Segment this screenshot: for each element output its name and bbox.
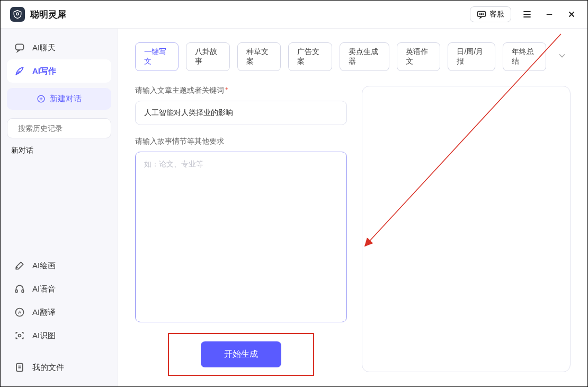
category-pill[interactable]: 广告文案 — [288, 42, 332, 71]
app-title: 聪明灵犀 — [30, 8, 66, 21]
svg-rect-19 — [22, 290, 23, 293]
form-area: 请输入文章主题或者关键词* 请输入故事情节等其他要求 开始生成 — [135, 86, 571, 376]
search-history-input-wrap[interactable] — [7, 118, 111, 138]
new-chat-button[interactable]: 新建对话 — [7, 88, 111, 110]
category-pill[interactable]: 年终总结 — [503, 42, 546, 71]
new-chat-label: 新建对话 — [50, 94, 82, 104]
form-left: 请输入文章主题或者关键词* 请输入故事情节等其他要求 开始生成 — [135, 86, 347, 376]
svg-point-4 — [483, 13, 484, 14]
category-pill[interactable]: 日/周/月报 — [448, 42, 495, 71]
svg-point-22 — [19, 335, 21, 337]
category-row: 一键写文 八卦故事 种草文案 广告文案 卖点生成器 英语作文 日/周/月报 年终… — [135, 42, 571, 71]
extra-textarea[interactable] — [135, 152, 347, 322]
chat-icon — [14, 42, 25, 53]
app-logo-icon — [10, 7, 25, 22]
category-pill[interactable]: 卖点生成器 — [340, 42, 390, 71]
category-pill[interactable]: 英语作文 — [397, 42, 440, 71]
svg-rect-11 — [16, 44, 24, 50]
headphone-icon — [14, 284, 25, 294]
sidebar-item-files[interactable]: 我的文件 — [7, 356, 111, 379]
sidebar-item-paint[interactable]: AI绘画 — [7, 254, 111, 277]
sidebar-item-chat[interactable]: AI聊天 — [7, 36, 111, 59]
minimize-button[interactable] — [543, 8, 556, 21]
brush-icon — [14, 260, 25, 271]
feather-icon — [14, 66, 25, 76]
menu-button[interactable] — [521, 8, 533, 21]
sidebar-item-label: AI绘画 — [32, 261, 56, 271]
output-panel — [362, 86, 571, 372]
sidebar-item-voice[interactable]: AI语音 — [7, 277, 111, 301]
close-button[interactable] — [565, 8, 578, 21]
hamburger-icon — [522, 9, 532, 20]
sidebar-item-label: AI翻译 — [32, 307, 56, 318]
category-pill[interactable]: 一键写文 — [135, 42, 179, 71]
form-right — [362, 86, 571, 376]
topic-input[interactable] — [135, 101, 347, 125]
sidebar-item-label: 我的文件 — [32, 363, 64, 373]
extra-label: 请输入故事情节等其他要求 — [135, 137, 347, 146]
required-star-icon: * — [225, 86, 228, 94]
svg-point-0 — [16, 13, 19, 15]
svg-rect-18 — [16, 290, 17, 293]
sidebar-item-vision[interactable]: AI识图 — [7, 324, 111, 347]
translate-icon: A — [14, 307, 25, 318]
sidebar-item-label: AI识图 — [32, 331, 56, 341]
sidebar-item-label: AI语音 — [32, 284, 56, 294]
search-history-input[interactable] — [18, 124, 111, 133]
generate-highlight-box: 开始生成 — [168, 333, 314, 376]
expand-categories-button[interactable] — [554, 47, 571, 66]
minimize-icon — [545, 10, 554, 19]
titlebar-left: 聪明灵犀 — [10, 7, 66, 22]
titlebar: 聪明灵犀 客服 — [1, 1, 587, 29]
svg-point-3 — [481, 13, 482, 14]
sidebar-item-write[interactable]: AI写作 — [7, 59, 111, 83]
sidebar-item-label: AI聊天 — [32, 43, 56, 53]
support-label: 客服 — [489, 10, 504, 19]
support-button[interactable]: 客服 — [470, 6, 511, 22]
topic-label: 请输入文章主题或者关键词* — [135, 86, 347, 95]
close-icon — [567, 10, 576, 19]
generate-button[interactable]: 开始生成 — [201, 341, 281, 367]
sidebar: AI聊天 AI写作 新建对话 新对话 AI绘画 AI语音 A — [1, 29, 118, 386]
plus-circle-icon — [37, 94, 46, 103]
scan-icon — [14, 330, 25, 341]
svg-point-2 — [479, 13, 480, 14]
content: 一键写文 八卦故事 种草文案 广告文案 卖点生成器 英语作文 日/周/月报 年终… — [118, 29, 587, 386]
chevron-down-icon — [557, 50, 567, 61]
file-icon — [14, 362, 25, 373]
category-pill[interactable]: 八卦故事 — [186, 42, 229, 71]
titlebar-right: 客服 — [470, 6, 578, 22]
sidebar-item-translate[interactable]: A AI翻译 — [7, 301, 111, 324]
chat-bubble-icon — [477, 11, 486, 19]
svg-text:A: A — [18, 310, 22, 315]
category-pill[interactable]: 种草文案 — [237, 42, 281, 71]
sidebar-item-label: AI写作 — [32, 66, 56, 76]
history-item[interactable]: 新对话 — [7, 138, 111, 163]
